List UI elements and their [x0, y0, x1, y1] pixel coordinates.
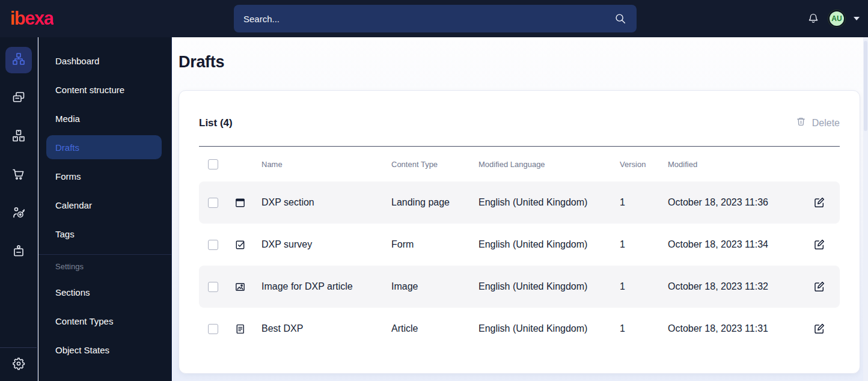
- global-search[interactable]: [234, 5, 637, 32]
- row-name: Best DXP: [253, 323, 383, 334]
- table-row[interactable]: Best DXP Article English (United Kingdom…: [199, 308, 840, 350]
- table-row[interactable]: DXP survey Form English (United Kingdom)…: [199, 224, 840, 266]
- row-modified-date: October 18, 2023 11:36: [659, 197, 807, 208]
- rail-item-content[interactable]: [5, 47, 32, 73]
- form-icon: [234, 239, 246, 251]
- badge-icon: [11, 244, 26, 261]
- article-icon: [234, 323, 246, 335]
- sidebar-item-label: Content structure: [55, 85, 124, 95]
- personalization-icon: [11, 206, 26, 222]
- search-input[interactable]: [234, 14, 614, 24]
- sidebar-item-media[interactable]: Media: [46, 106, 162, 130]
- sidebar-item-dashboard[interactable]: Dashboard: [46, 49, 162, 73]
- icon-rail: [0, 37, 38, 381]
- sidebar-item-label: Forms: [55, 171, 81, 181]
- sidebar-item-content-types[interactable]: Content Types: [46, 309, 162, 333]
- row-modified-date: October 18, 2023 11:34: [659, 239, 807, 250]
- sidebar-item-tags[interactable]: Tags: [46, 222, 162, 246]
- site-structure-icon: [11, 52, 26, 69]
- row-name: Image for DXP article: [253, 281, 383, 292]
- rail-item-admin[interactable]: [5, 352, 32, 378]
- row-content-type: Form: [383, 239, 470, 250]
- sidebar-item-label: Object States: [55, 345, 109, 355]
- rail-item-personalization[interactable]: [5, 201, 32, 227]
- main-content: Drafts List (4) Delete Name Content Type…: [173, 37, 863, 381]
- cart-icon: [11, 167, 26, 184]
- pages-icon: [11, 90, 26, 107]
- user-avatar[interactable]: AU: [828, 10, 845, 27]
- scrollbar-thumb[interactable]: [864, 41, 867, 131]
- rail-item-pages[interactable]: [5, 85, 32, 112]
- row-modified-language: English (United Kingdom): [470, 281, 611, 292]
- column-header-content-type: Content Type: [383, 160, 470, 169]
- sidebar-item-content-structure[interactable]: Content structure: [46, 78, 162, 102]
- drafts-table: Name Content Type Modified Language Vers…: [199, 146, 840, 350]
- settings-section-label: Settings: [38, 262, 171, 271]
- sidebar-item-label: Tags: [55, 229, 75, 239]
- table-body: DXP section Landing page English (United…: [199, 181, 840, 350]
- edit-button[interactable]: [813, 323, 825, 335]
- sidebar-item-forms[interactable]: Forms: [46, 164, 162, 188]
- list-count-title: List (4): [199, 117, 233, 129]
- menu-divider: [38, 254, 171, 255]
- ibexa-logo: ibexa: [10, 8, 53, 29]
- row-modified-language: English (United Kingdom): [470, 239, 611, 250]
- delete-button[interactable]: Delete: [795, 116, 840, 130]
- column-header-modified: Modified: [659, 160, 807, 169]
- drafts-card: List (4) Delete Name Content Type Modifi…: [179, 90, 860, 374]
- row-checkbox[interactable]: [208, 282, 218, 292]
- row-version: 1: [611, 323, 659, 334]
- row-name: DXP section: [253, 197, 383, 208]
- main-menu-list: DashboardContent structureMediaDraftsFor…: [38, 49, 171, 246]
- row-modified-date: October 18, 2023 11:32: [659, 281, 807, 292]
- search-icon[interactable]: [614, 12, 627, 25]
- rail-item-activity[interactable]: [5, 239, 32, 266]
- image-icon: [234, 281, 246, 293]
- delete-button-label: Delete: [812, 118, 840, 129]
- table-row[interactable]: Image for DXP article Image English (Uni…: [199, 266, 840, 308]
- sidebar-item-label: Drafts: [55, 142, 79, 153]
- notifications-bell-icon[interactable]: [807, 12, 820, 25]
- table-row[interactable]: DXP section Landing page English (United…: [199, 181, 840, 224]
- row-name: DXP survey: [253, 239, 383, 250]
- table-header-row: Name Content Type Modified Language Vers…: [199, 147, 840, 181]
- rail-item-commerce[interactable]: [5, 162, 32, 189]
- edit-button[interactable]: [813, 197, 825, 209]
- products-icon: [11, 129, 26, 145]
- row-modified-date: October 18, 2023 11:31: [659, 323, 807, 334]
- row-content-type: Article: [383, 323, 470, 334]
- page-title: Drafts: [179, 53, 224, 72]
- row-content-type: Image: [383, 281, 470, 292]
- row-version: 1: [611, 281, 659, 292]
- sidebar-item-label: Dashboard: [55, 56, 99, 66]
- rail-item-products[interactable]: [5, 124, 32, 150]
- row-content-type: Landing page: [383, 197, 470, 208]
- row-checkbox[interactable]: [208, 240, 218, 250]
- row-modified-language: English (United Kingdom): [470, 197, 611, 208]
- column-header-version: Version: [611, 160, 659, 169]
- trash-icon: [795, 116, 807, 130]
- landing-page-icon: [234, 197, 246, 209]
- sidebar-item-drafts[interactable]: Drafts: [46, 135, 162, 159]
- sidebar-item-label: Content Types: [55, 316, 113, 326]
- top-bar: ibexa AU: [0, 0, 868, 37]
- settings-menu-list: SectionsContent TypesObject States: [38, 280, 171, 362]
- sidebar-item-label: Calendar: [55, 200, 92, 210]
- row-checkbox[interactable]: [208, 324, 218, 334]
- settings-gear-icon: [11, 356, 26, 373]
- user-menu-chevron-down-icon[interactable]: [854, 17, 860, 20]
- sidebar-item-label: Media: [55, 114, 80, 124]
- row-modified-language: English (United Kingdom): [470, 323, 611, 334]
- column-header-modified-language: Modified Language: [470, 160, 611, 169]
- sidebar-item-label: Sections: [55, 287, 90, 297]
- edit-button[interactable]: [813, 239, 825, 251]
- select-all-checkbox[interactable]: [208, 159, 218, 169]
- row-checkbox[interactable]: [208, 198, 218, 208]
- rail-divider: [0, 347, 37, 348]
- edit-button[interactable]: [813, 281, 825, 293]
- sidebar-item-object-states[interactable]: Object States: [46, 338, 162, 362]
- sidebar-item-sections[interactable]: Sections: [46, 280, 162, 304]
- sidebar-item-calendar[interactable]: Calendar: [46, 193, 162, 217]
- vertical-scrollbar[interactable]: [863, 37, 868, 381]
- sidebar-menu: DashboardContent structureMediaDraftsFor…: [38, 37, 172, 381]
